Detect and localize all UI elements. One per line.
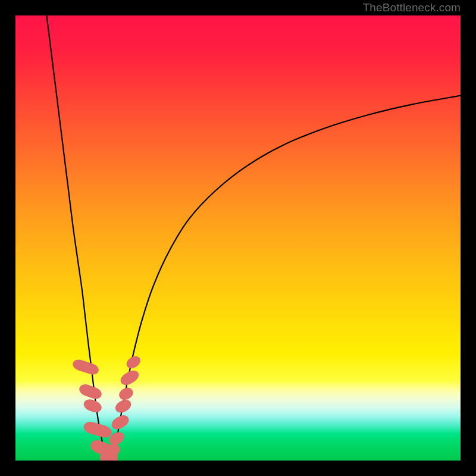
plot-area bbox=[15, 15, 461, 461]
chart-frame: TheBottleneck.com bbox=[0, 0, 476, 476]
attribution-label: TheBottleneck.com bbox=[363, 0, 461, 15]
